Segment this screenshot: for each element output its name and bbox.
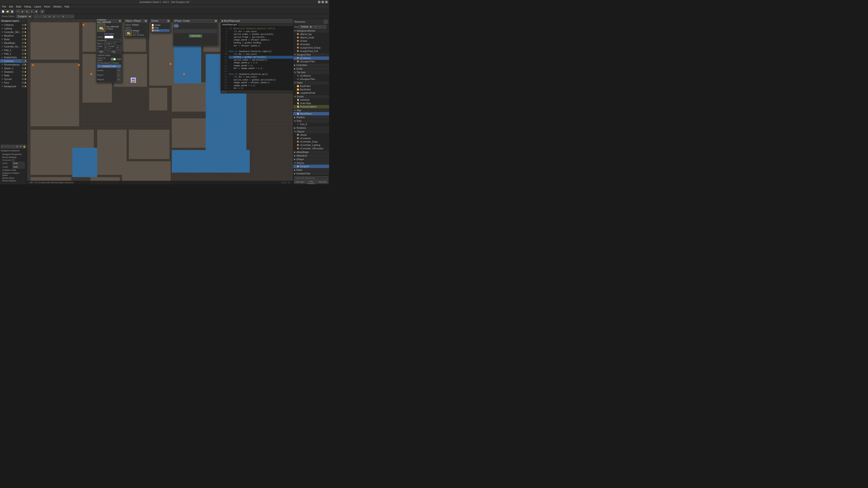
layer-lock-btn[interactable]: 🔒 (24, 27, 26, 30)
move-layer-up[interactable]: ↑ (8, 144, 11, 149)
view-dropdown[interactable]: Default (299, 25, 313, 29)
layer-lock-btn[interactable]: 🔒 (24, 24, 26, 26)
edit-object-btn[interactable]: Edit Object (97, 33, 121, 35)
room-views[interactable]: Room Views (2, 177, 25, 179)
y-input[interactable] (111, 50, 121, 53)
persistent-inst-checkbox[interactable]: ✓ (97, 62, 99, 64)
resource-item-dungeon[interactable]: 🏠Dungeon (293, 165, 329, 168)
menu-room[interactable]: Room (43, 5, 52, 8)
move-button[interactable]: ✥ (61, 14, 65, 19)
resource-item-ocollisions[interactable]: 📦oCollisions (293, 57, 329, 60)
resource-item-ocontroller-silhouettes[interactable]: 📦oController_Silhouettes (293, 147, 329, 150)
instance-panel-titlebar[interactable]: Instance: inst_58FA206 ✕ (96, 19, 122, 23)
color-swatch[interactable] (104, 36, 114, 38)
menu-edit[interactable]: Edit (8, 5, 14, 8)
layer-item-controller-render[interactable]: ≡Controller_Render👁🔒 (0, 45, 27, 48)
resource-group-header[interactable]: ▶oPlayer (293, 158, 329, 161)
resource-item-odungeontiles[interactable]: 📦oDungeonTiles (293, 60, 329, 63)
new-button[interactable]: 📄 (1, 9, 5, 13)
remove-layer-button[interactable]: − (4, 144, 8, 149)
inherit-button[interactable]: ↑ (66, 14, 70, 19)
layer-visibility-btn[interactable]: 👁 (22, 67, 24, 69)
height-value[interactable]: 2048 (12, 165, 25, 168)
resource-item-ofountain[interactable]: 📦oFountain (293, 43, 329, 46)
resource-group-header[interactable]: ▼Rooms (293, 161, 329, 165)
object-panel-titlebar[interactable]: Object: oPlayer ✕ (125, 19, 148, 23)
layer-visibility-btn[interactable]: 👁 (22, 31, 24, 33)
player-create-panel-close[interactable]: ✕ (215, 20, 217, 22)
save-button[interactable]: 💾 (10, 9, 14, 13)
scale-x-input[interactable] (104, 45, 109, 50)
resource-group-header[interactable]: ▶oMaskEnd (293, 154, 329, 158)
zoom-in-button[interactable]: + (34, 14, 38, 19)
layer-lock-btn[interactable]: 🔒 (24, 31, 26, 33)
resource-item-ocontainer[interactable]: 📦oContainer (293, 137, 329, 140)
resource-item-ocollisions[interactable]: ⊞oCollisions (293, 74, 329, 77)
layer-visibility-btn[interactable]: 👁 (22, 71, 24, 73)
resource-item-ochest[interactable]: 📦oChest (293, 39, 329, 43)
layer-item-controller-silhouettes[interactable]: ≡Controller_Silhouettes👁🔒 (0, 30, 27, 34)
resource-group-header[interactable]: ▼Font (293, 119, 329, 123)
persistent-checkbox[interactable] (12, 159, 14, 161)
layer-visibility[interactable]: 👁 (19, 144, 22, 149)
layer-lock-btn[interactable]: 🔒 (24, 53, 26, 55)
stop-button[interactable]: ⏹ (34, 9, 38, 13)
layer-item-maskend[interactable]: ≡MaskEnd👁🔒 (0, 34, 27, 37)
layer-lock-btn[interactable]: 🔒 (24, 49, 26, 51)
layer-lock-btn[interactable]: 🔒 (24, 35, 26, 37)
resource-group-header[interactable]: ▼BackgroundSeries (293, 29, 329, 33)
layer-item-floor[interactable]: ≡Floor👁🔒 (0, 81, 27, 85)
resource-group-header[interactable]: ▶oMaskBegin (293, 151, 329, 154)
resource-item-ocontroller-lighting[interactable]: 📦oController_Lighting (293, 143, 329, 147)
pause-button[interactable]: ⏸ (30, 9, 34, 13)
events-edit-btn[interactable]: ✏ (117, 68, 121, 72)
layer-visibility-btn[interactable]: 👁 (22, 24, 24, 26)
resource-group-header[interactable]: ▼Paths (293, 81, 329, 85)
layer-item-roominstances[interactable]: ≡Roominstances👁🔒 (0, 63, 27, 66)
resource-group-header[interactable]: ▼Scripts (293, 95, 329, 98)
menu-layout[interactable]: Layout (33, 5, 42, 8)
resource-item-oboids[interactable]: 📦oBoids (293, 133, 329, 137)
move-layer-down[interactable]: ↓ (12, 144, 15, 149)
code-text-area[interactable]: /// @function keyboard_check(lr_left){ i… (229, 27, 293, 90)
layer-item-instances[interactable]: ≡Instances👁🔒 (0, 59, 27, 63)
layer-visibility-btn[interactable]: 👁 (22, 78, 24, 80)
open-button[interactable]: 📁 (5, 9, 9, 13)
resource-group-header[interactable]: ▶Controllers (293, 64, 329, 67)
player-create-panel-titlebar[interactable]: oPlayer: Create ✕ (173, 19, 218, 23)
run-button[interactable]: ▶ (21, 9, 25, 13)
debug-button[interactable]: 🐛 (25, 9, 29, 13)
event-draw[interactable]: 🎨 Draw (151, 29, 169, 32)
layer-visibility-btn[interactable]: 👁 (22, 35, 24, 37)
same-as-sprite-toggle[interactable] (111, 58, 116, 61)
resources-collapse-btn[interactable]: − (322, 25, 327, 29)
select-button[interactable]: ↖ (57, 14, 61, 19)
menu-file[interactable]: File (1, 5, 7, 8)
find-next-btn[interactable]: Find Next (317, 180, 328, 184)
layer-lock[interactable]: 🔒 (23, 144, 26, 149)
scale-y-input[interactable] (116, 45, 121, 50)
layer-item-spawn-1[interactable]: ≡Spawn_1👁🔒 (0, 66, 27, 70)
layer-visibility-btn[interactable]: 👁 (22, 56, 24, 59)
layer-item-lighting[interactable]: ≡Lighting👁🔒 (0, 27, 27, 30)
layer-visibility-btn[interactable]: 👁 (22, 82, 24, 84)
menu-debug[interactable]: Debug (23, 5, 32, 8)
resource-group-header[interactable]: ▶Included Files (293, 172, 329, 175)
find-previous-btn[interactable]: Find Previous (306, 180, 317, 184)
layer-visibility-btn[interactable]: 👁 (22, 85, 24, 88)
resource-item-ordertable[interactable]: 📜OrderTable (293, 102, 329, 105)
layer-lock-btn[interactable]: 🔒 (24, 85, 26, 88)
layer-item-ground[interactable]: ≡Ground👁🔒 (0, 77, 27, 81)
creation-code-btn[interactable]: Creation Code (97, 65, 121, 68)
resource-group-header[interactable]: ▶Notes (293, 168, 329, 172)
resource-item-olargechest-empty[interactable]: 📦oLargeChest_Empty (293, 46, 329, 50)
resource-group-header[interactable]: ▼Map (293, 109, 329, 112)
resource-group-header[interactable]: ▶Timelines (293, 126, 329, 130)
resource-item-font-0[interactable]: FFont_0 (293, 123, 329, 126)
minimize-button[interactable] (318, 1, 320, 3)
resource-item-ocontroller-draw[interactable]: 📦oController_Draw (293, 140, 329, 143)
layer-visibility-btn[interactable]: 👁 (22, 27, 24, 30)
resources-filter-btn[interactable]: ≡ (313, 25, 317, 29)
filter-type-btn[interactable]: Filter Type (294, 180, 305, 184)
layer-lock-btn[interactable]: 🔒 (24, 71, 26, 73)
